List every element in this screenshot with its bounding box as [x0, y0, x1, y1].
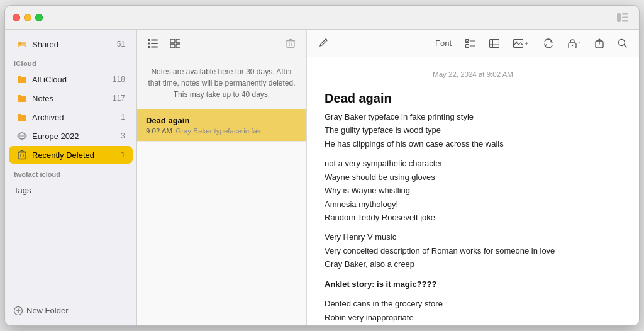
- media-button[interactable]: [510, 37, 532, 50]
- trash-icon: [16, 149, 28, 160]
- tags-label: Tags: [5, 181, 136, 198]
- notes-label: Notes: [32, 94, 113, 103]
- twofact-header: twofact icloud: [5, 164, 136, 181]
- note-body: Gray Baker typeface in fake printing sty…: [325, 110, 621, 325]
- svg-rect-23: [176, 44, 180, 48]
- svg-rect-16: [148, 42, 150, 44]
- svg-rect-22: [170, 44, 175, 48]
- svg-rect-24: [287, 40, 294, 47]
- minimize-button[interactable]: [24, 14, 31, 21]
- shared-label: Shared: [32, 40, 117, 49]
- svg-rect-20: [170, 39, 175, 43]
- traffic-lights: [13, 14, 43, 21]
- note-list-toolbar: [137, 30, 306, 57]
- sidebar-item-archived[interactable]: Archived 1: [9, 108, 133, 126]
- svg-rect-33: [490, 39, 499, 47]
- lock-button[interactable]: [565, 36, 584, 50]
- app-window: Shared 51 iCloud All iCloud 118: [4, 5, 640, 326]
- all-icloud-count: 118: [113, 75, 125, 84]
- title-bar: [5, 6, 639, 30]
- note-editor-content[interactable]: May 22, 2024 at 9:02 AM Dead again Gray …: [307, 57, 639, 325]
- note-list-banner: Notes are available here for 30 days. Af…: [137, 57, 306, 109]
- main-content: Shared 51 iCloud All iCloud 118: [5, 30, 639, 325]
- sidebar-item-europe[interactable]: Europe 2022 3: [9, 127, 133, 145]
- deleted-label: Recently Deleted: [32, 150, 121, 160]
- notes-count: 117: [113, 94, 125, 103]
- svg-rect-18: [148, 46, 150, 48]
- note-list: Dead again 9:02 AM Gray Baker typeface i…: [137, 109, 306, 325]
- note-timestamp: May 22, 2024 at 9:02 AM: [325, 69, 621, 81]
- sync-button[interactable]: [540, 36, 557, 50]
- svg-rect-14: [148, 39, 150, 41]
- svg-rect-2: [622, 16, 628, 18]
- sidebar-item-recently-deleted[interactable]: Recently Deleted 1: [9, 146, 133, 164]
- compose-button[interactable]: [316, 36, 332, 50]
- svg-rect-21: [176, 39, 180, 43]
- europe-label: Europe 2022: [32, 132, 121, 141]
- note-editor: Font: [307, 30, 639, 325]
- note-title: Dead again: [325, 88, 621, 109]
- folder-icon-europe: [16, 130, 28, 142]
- gallery-view-button[interactable]: [167, 35, 184, 52]
- svg-rect-30: [466, 44, 469, 47]
- svg-rect-17: [151, 43, 158, 44]
- svg-rect-15: [151, 39, 158, 40]
- svg-line-28: [326, 39, 327, 40]
- delete-button[interactable]: [282, 35, 299, 52]
- europe-count: 3: [121, 132, 125, 140]
- sidebar-item-all-icloud[interactable]: All iCloud 118: [9, 70, 133, 88]
- folder-icon-notes: [16, 93, 28, 104]
- note-item-time: 9:02 AM: [146, 127, 172, 135]
- sidebar-item-shared[interactable]: Shared 51: [9, 35, 133, 53]
- new-folder-button[interactable]: New Folder: [11, 303, 130, 318]
- sidebar: Shared 51 iCloud All iCloud 118: [5, 30, 137, 325]
- deleted-count: 1: [121, 150, 125, 159]
- note-item-meta: 9:02 AM Gray Baker typeface in fak...: [146, 127, 297, 135]
- sidebar-bottom: New Folder: [5, 298, 136, 325]
- svg-point-4: [18, 42, 22, 45]
- new-folder-label: New Folder: [26, 306, 68, 315]
- sidebar-toggle-button[interactable]: [614, 11, 631, 24]
- note-list-item[interactable]: Dead again 9:02 AM Gray Baker typeface i…: [137, 109, 306, 142]
- sidebar-item-notes[interactable]: Notes 117: [9, 89, 133, 107]
- folder-icon-archived: [16, 111, 28, 123]
- svg-line-46: [625, 45, 627, 48]
- svg-rect-7: [18, 152, 26, 159]
- svg-point-45: [619, 40, 625, 46]
- table-button[interactable]: [486, 37, 502, 50]
- font-label: Font: [435, 38, 452, 48]
- note-item-title: Dead again: [146, 116, 297, 125]
- note-editor-toolbar: Font: [307, 30, 639, 57]
- upload-button[interactable]: [592, 36, 607, 50]
- svg-rect-0: [617, 13, 621, 22]
- search-button[interactable]: [614, 36, 630, 50]
- list-view-button[interactable]: [145, 35, 161, 52]
- font-button[interactable]: Font: [432, 36, 455, 50]
- checklist-button[interactable]: [462, 37, 479, 50]
- svg-rect-3: [622, 20, 628, 22]
- svg-point-43: [572, 44, 573, 45]
- svg-rect-19: [151, 46, 158, 47]
- archived-label: Archived: [32, 113, 121, 122]
- archived-count: 1: [121, 113, 125, 121]
- maximize-button[interactable]: [35, 14, 43, 21]
- icloud-header: iCloud: [5, 53, 136, 70]
- folder-icon-all: [16, 74, 28, 85]
- all-icloud-label: All iCloud: [32, 75, 113, 84]
- shared-icon: [16, 38, 28, 50]
- svg-point-5: [22, 42, 26, 45]
- note-list-panel: Notes are available here for 30 days. Af…: [137, 30, 307, 325]
- close-button[interactable]: [13, 14, 20, 21]
- svg-rect-1: [622, 13, 628, 15]
- shared-count: 51: [117, 40, 125, 48]
- note-item-preview: Gray Baker typeface in fak...: [175, 127, 267, 135]
